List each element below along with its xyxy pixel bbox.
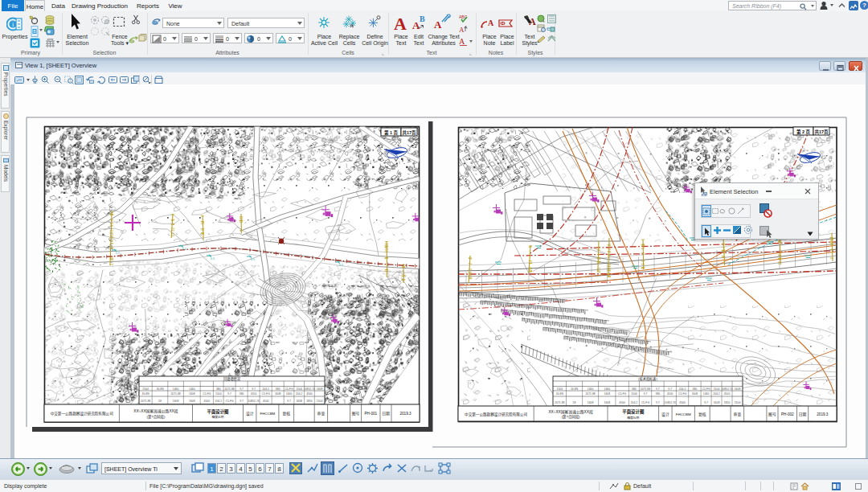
svg-text:10852.74: 10852.74 xyxy=(721,387,732,391)
svg-text:204.2: 204.2 xyxy=(296,392,303,396)
svg-text:380: 380 xyxy=(693,387,698,391)
svg-text:第 1 页: 第 1 页 xyxy=(384,129,399,136)
svg-text:10852.74: 10852.74 xyxy=(304,387,315,391)
svg-text:共17页: 共17页 xyxy=(814,129,829,135)
svg-text:2071.88: 2071.88 xyxy=(224,387,234,391)
svg-text:(第?合同段): (第?合同段) xyxy=(562,414,580,420)
svg-text:4500: 4500 xyxy=(667,392,674,396)
svg-text:平面设计图: 平面设计图 xyxy=(207,408,230,415)
svg-text:1460: 1460 xyxy=(189,387,195,391)
svg-text:平面设计图: 平面设计图 xyxy=(622,408,645,415)
svg-text:9.7: 9.7 xyxy=(656,387,660,391)
svg-text:4500: 4500 xyxy=(619,401,625,404)
svg-text:1850: 1850 xyxy=(306,400,313,403)
svg-text:C5-FG: C5-FG xyxy=(203,392,211,396)
svg-text:204.2: 204.2 xyxy=(679,387,686,391)
svg-text:1504: 1504 xyxy=(142,387,149,391)
svg-text:380: 380 xyxy=(240,392,244,396)
svg-text:9.7: 9.7 xyxy=(240,400,244,403)
svg-text:1504: 1504 xyxy=(317,400,323,403)
svg-text:204.2: 204.2 xyxy=(631,401,638,404)
svg-text:9.7: 9.7 xyxy=(668,387,672,391)
svg-text:2071.88: 2071.88 xyxy=(585,392,595,396)
svg-text:1504: 1504 xyxy=(557,387,563,391)
svg-text:1608: 1608 xyxy=(692,392,698,396)
svg-text:58: 58 xyxy=(573,401,576,404)
svg-text:PH-001: PH-001 xyxy=(365,412,378,416)
svg-text:4500: 4500 xyxy=(724,392,731,396)
svg-text:1608: 1608 xyxy=(604,392,611,396)
svg-text:v-5: v-5 xyxy=(251,258,255,261)
svg-text:(第?合同段): (第?合同段) xyxy=(146,414,165,420)
svg-text:1850: 1850 xyxy=(724,401,731,404)
svg-text:380: 380 xyxy=(276,387,280,391)
svg-text:1460: 1460 xyxy=(286,392,293,396)
svg-text:v-5: v-5 xyxy=(211,257,215,260)
svg-text:1460: 1460 xyxy=(588,387,594,391)
svg-text:1608: 1608 xyxy=(296,400,302,403)
svg-text:1608: 1608 xyxy=(735,387,741,391)
svg-text:9.7: 9.7 xyxy=(287,400,291,403)
svg-text:16-8N: 16-8N xyxy=(141,392,149,396)
svg-text:1608: 1608 xyxy=(189,392,195,396)
svg-text:共17页: 共17页 xyxy=(402,129,416,136)
svg-text:4500: 4500 xyxy=(263,400,269,403)
svg-text:204.2: 204.2 xyxy=(262,387,269,391)
svg-text:4500: 4500 xyxy=(306,392,313,396)
svg-text:1608: 1608 xyxy=(317,387,323,391)
svg-text:FHCCBM: FHCCBM xyxy=(676,412,691,416)
svg-text:精度比例: 精度比例 xyxy=(627,416,639,420)
svg-text:回填墙情况: 回填墙情况 xyxy=(223,376,241,382)
svg-text:1460: 1460 xyxy=(604,387,611,391)
svg-text:2071.88: 2071.88 xyxy=(641,387,650,391)
svg-text:2071.88: 2071.88 xyxy=(555,401,564,404)
svg-text:中交第一公路勘察设计研究院有限公司: 中交第一公路勘察设计研究院有限公司 xyxy=(465,412,528,417)
svg-text:设计: 设计 xyxy=(661,412,669,417)
svg-text:FHCCBM: FHCCBM xyxy=(260,412,276,416)
svg-text:v-5: v-5 xyxy=(116,252,120,255)
svg-text:1460: 1460 xyxy=(703,392,710,396)
svg-text:1504: 1504 xyxy=(631,392,637,396)
svg-text:1608: 1608 xyxy=(588,401,594,404)
svg-text:2019.3: 2019.3 xyxy=(399,412,411,416)
svg-text:1460: 1460 xyxy=(173,387,179,391)
svg-text:PM02: PM02 xyxy=(736,425,745,429)
svg-text:4500: 4500 xyxy=(204,400,211,403)
svg-text:精度比例: 精度比例 xyxy=(211,415,223,419)
svg-text:4500: 4500 xyxy=(679,401,686,404)
svg-text:9.7: 9.7 xyxy=(227,392,231,396)
svg-text:204.2: 204.2 xyxy=(713,392,720,396)
svg-text:16-8N: 16-8N xyxy=(571,387,579,391)
svg-text:1504: 1504 xyxy=(714,387,720,391)
svg-text:9.7: 9.7 xyxy=(656,401,660,404)
svg-text:（技术指标表）: （技术指标表） xyxy=(636,376,659,382)
svg-text:380: 380 xyxy=(656,392,661,396)
svg-text:380: 380 xyxy=(632,387,637,391)
svg-text:2019.3: 2019.3 xyxy=(817,412,828,416)
svg-text:中交第一公路勘察设计研究院有限公司: 中交第一公路勘察设计研究院有限公司 xyxy=(51,411,114,416)
svg-text:10852.74: 10852.74 xyxy=(665,401,676,404)
svg-text:审查: 审查 xyxy=(734,412,742,417)
svg-text:C5-FG: C5-FG xyxy=(285,387,293,391)
svg-text:16-8N: 16-8N xyxy=(156,387,164,391)
svg-text:1608: 1608 xyxy=(604,401,611,404)
svg-text:C5-FG: C5-FG xyxy=(226,400,235,403)
svg-text:204.2: 204.2 xyxy=(215,400,223,403)
svg-text:9.7: 9.7 xyxy=(644,392,648,396)
svg-text:58: 58 xyxy=(158,400,162,403)
svg-text:复核: 复核 xyxy=(698,412,706,417)
svg-text:v-5: v-5 xyxy=(182,248,186,251)
svg-text:380: 380 xyxy=(216,387,221,391)
svg-text:XX≈XX国家高速公路XX段: XX≈XX国家高速公路XX段 xyxy=(548,409,593,415)
svg-text:C5-FG: C5-FG xyxy=(702,387,711,391)
svg-text:复核: 复核 xyxy=(282,411,290,416)
svg-text:C5-FG: C5-FG xyxy=(262,392,271,396)
svg-text:XX≈XX国家高速公路XX段: XX≈XX国家高速公路XX段 xyxy=(133,408,178,414)
svg-text:9.7: 9.7 xyxy=(240,387,244,391)
svg-text:v-5: v-5 xyxy=(339,264,343,267)
svg-text:设计: 设计 xyxy=(246,411,254,416)
svg-text:1608: 1608 xyxy=(714,401,720,404)
svg-text:16-8N: 16-8N xyxy=(556,392,564,396)
svg-text:1504: 1504 xyxy=(735,401,741,404)
svg-text:4500: 4500 xyxy=(251,392,257,396)
